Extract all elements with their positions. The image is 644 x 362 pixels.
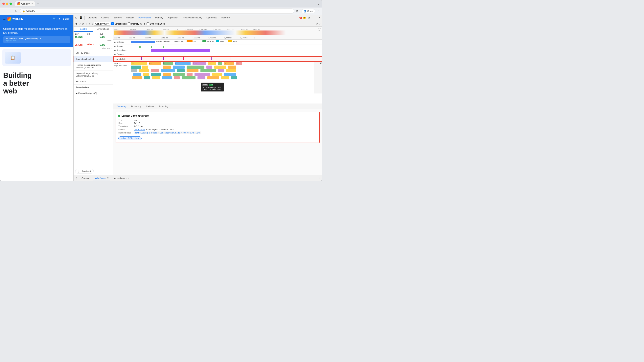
devtools-right-icons: 2 1 ⚙ ⋮ ✕ (300, 16, 321, 20)
timings-track: ▶ Timings (113, 52, 322, 56)
tab-elements[interactable]: Elements (86, 16, 99, 20)
dim-3rd-parties-checkbox[interactable]: Dim 3rd parties (146, 22, 165, 25)
ruler-mark-1: 992 ms (130, 28, 136, 30)
insight-forced-reflow[interactable]: Forced reflow (74, 85, 113, 90)
tab-event-log[interactable]: Event log (157, 104, 170, 109)
layout-shifts-track: Layout shifts (113, 56, 322, 62)
performance-settings-icon[interactable]: ⚙ (316, 22, 318, 25)
tab-console[interactable]: Console (99, 16, 111, 20)
dim-check[interactable] (146, 22, 149, 25)
flame-block-1: T... (131, 62, 147, 65)
signin-link[interactable]: Sign in (63, 17, 70, 20)
clear-button[interactable]: ⊘ (82, 22, 84, 25)
insights-tabs: Insights Annotations (74, 26, 113, 32)
security-icon: 🔒 (22, 10, 25, 12)
back-button[interactable]: ← (2, 9, 7, 13)
learn-more-link[interactable]: Learn more (134, 128, 145, 131)
browser-tab-active[interactable]: web.dev × (15, 1, 35, 6)
experiments-icon[interactable]: ⚗ (296, 9, 298, 13)
menu-icon[interactable]: ⋮ (317, 9, 320, 13)
flame-block-7: F (218, 62, 222, 65)
insight-image-delivery[interactable]: Improve image delivery Est savings: 25.0… (74, 70, 113, 79)
register-link[interactable]: Register now (5, 40, 16, 42)
tab-call-tree[interactable]: Call tree (144, 104, 157, 109)
network-bar-5 (228, 40, 232, 42)
tab-annotations[interactable]: Annotations (94, 26, 113, 32)
memory-checkbox[interactable]: Memory (128, 22, 139, 25)
upload-button[interactable]: ⬆ (85, 22, 87, 25)
insight-3rd-parties[interactable]: 3rd parties (74, 79, 113, 85)
tab-recorder[interactable]: Recorder (220, 16, 232, 20)
tab-lighthouse[interactable]: Lighthouse (204, 16, 219, 20)
insight-render-sub: Est savings: 408 ms (76, 67, 111, 69)
webpage-card: 📋 (2, 49, 71, 66)
field-label: Field (URL) (74, 47, 113, 50)
tab-memory[interactable]: Memory (153, 16, 165, 20)
tab-close-button[interactable]: × (32, 3, 33, 5)
error-badge: 2 (300, 17, 302, 19)
upload-profile-icon[interactable]: ⬆ (143, 22, 145, 25)
screenshots-check[interactable] (111, 22, 114, 25)
tab-performance[interactable]: Performance (136, 16, 153, 20)
settings-icon[interactable]: ⚙ (307, 16, 311, 20)
lcp-label: LCP (75, 33, 87, 35)
profile-button[interactable]: 👤 Guest (302, 9, 315, 13)
new-tab-button[interactable]: + (36, 1, 40, 6)
profile-label: Guest (307, 10, 313, 12)
memory-check[interactable] (128, 22, 130, 25)
bottom-bar-close-icon[interactable]: ✕ (319, 177, 320, 180)
close-devtools-button[interactable]: ✕ (318, 16, 321, 20)
insight-layout-shift[interactable]: Layout shift culprits (74, 56, 113, 62)
feedback-button[interactable]: 💬 Feedback (75, 169, 94, 174)
whats-new-close-icon[interactable]: ✕ (107, 177, 109, 179)
bottom-tab-console[interactable]: Console (80, 176, 91, 180)
capture-settings-icon[interactable]: ⛁ (140, 22, 142, 25)
tab-bottom-up[interactable]: Bottom-up (129, 104, 144, 109)
device-toolbar-icon[interactable]: 📱 (78, 16, 83, 20)
drawer-menu-icon[interactable]: ⋮ (75, 177, 78, 180)
insight-render-blocking[interactable]: Render blocking requests Est savings: 40… (74, 62, 113, 70)
record-button[interactable]: ⏺ (75, 22, 78, 25)
tab-sources[interactable]: Sources (112, 16, 124, 20)
network-label-1: ome-blue_720.png... (156, 40, 170, 42)
timing-marker-2 (163, 53, 163, 55)
shift-5 (230, 57, 232, 60)
ruler-mark-9: 4,992 ms (241, 28, 248, 30)
screenshots-checkbox[interactable]: Screenshots (111, 22, 127, 25)
download-button[interactable]: ⬇ (88, 22, 90, 25)
flame-block-45 (231, 76, 237, 79)
bottom-tab-ai[interactable]: AI assistance ✦ (112, 176, 131, 180)
flame-block-26 (226, 69, 236, 72)
session-select[interactable]: web.dev #2 ▾ (94, 22, 110, 25)
tab-insights[interactable]: Insights (74, 26, 94, 32)
flame-block-33 (194, 73, 210, 76)
notice-banner: Chrome is back at Google I/O on May 20-2… (3, 36, 70, 43)
refresh-button[interactable]: ↻ (14, 9, 18, 13)
tab-application[interactable]: Application (166, 16, 180, 20)
insight-lcp-button[interactable]: Insight LCP by phase (118, 137, 142, 140)
bottom-tab-whats-new[interactable]: What's new ✕ (94, 176, 110, 181)
inspect-element-icon[interactable]: ⬡ (74, 16, 78, 20)
insight-passed[interactable]: ▶ Passed insights (6) (74, 90, 113, 96)
reload-record-button[interactable]: ↺ (79, 22, 81, 25)
address-bar[interactable]: 🔒 web.dev (20, 8, 294, 14)
browser-content: ☰ web.dev 🔍 ☀ Sign in Guidance to build … (0, 15, 322, 181)
more-tools-icon[interactable]: ⋮ (312, 16, 316, 20)
tab-summary[interactable]: Summary (115, 104, 129, 109)
close-button[interactable] (2, 2, 5, 5)
tab-privacy-security[interactable]: Privacy and security (180, 16, 204, 20)
chevron-down-icon[interactable]: ⌄ (317, 2, 320, 5)
tab-network[interactable]: Network (124, 16, 136, 20)
tab-bar: web.dev × + (15, 1, 316, 6)
insight-btn-label: Insight (120, 137, 126, 139)
insight-lcp-phase[interactable]: LCP by phase (74, 50, 113, 56)
help-icon[interactable]: ? (319, 22, 320, 25)
maximize-button[interactable] (10, 2, 12, 5)
home-button[interactable]: ⌂ (92, 22, 93, 25)
flame-block-32 (186, 73, 192, 76)
ai-label: AI assistance (114, 177, 127, 180)
flame-block-2: x... (149, 62, 161, 65)
forward-button[interactable]: → (8, 9, 13, 13)
minimize-button[interactable] (6, 2, 8, 5)
field-metrics-grid: 2.42s 66ms 0.07 (74, 42, 113, 47)
